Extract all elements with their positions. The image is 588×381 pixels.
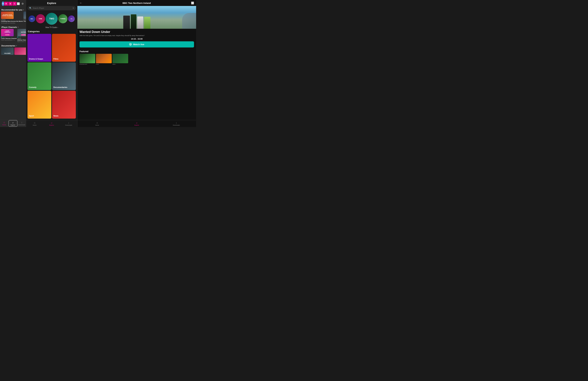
show-description: With the kids gone, Tim and Di have an e… bbox=[80, 35, 194, 37]
card-history[interactable]: HISTORY CHANNEL LIVE History History Cha… bbox=[17, 29, 26, 42]
featured-label-3: Natur... bbox=[112, 64, 128, 65]
circle-one[interactable]: ONE bbox=[36, 14, 45, 23]
nav-home-button[interactable]: ⌂ Home bbox=[0, 120, 8, 127]
show-info: Wanted Down Under With the kids gone, Ti… bbox=[77, 29, 196, 49]
category-sport[interactable]: Sport bbox=[27, 91, 51, 119]
explore-home-icon: ⌂ bbox=[34, 121, 35, 124]
hero-image bbox=[77, 6, 196, 29]
circle-three[interactable]: THREE bbox=[58, 14, 67, 23]
nav-downloads-button[interactable]: ↓ Downloads bbox=[18, 120, 26, 127]
detail-cast-icon[interactable]: ⬜ bbox=[191, 1, 194, 4]
explore-nav-explore-button[interactable]: ⌕ Explore bbox=[43, 120, 60, 127]
history-category: History bbox=[17, 38, 26, 39]
avatar[interactable]: S bbox=[2, 1, 4, 6]
detail-nav-explore-button[interactable]: ⌕ Explore bbox=[117, 120, 157, 127]
category-documentaries[interactable]: Documentaries bbox=[52, 62, 76, 90]
card-celebrity[interactable]: CELEBRITY RACE ACROSS THE WORLD Lifestyl… bbox=[1, 12, 23, 24]
view-tv-guide-button[interactable]: View TV Guide › bbox=[26, 25, 77, 29]
search-bar[interactable]: 🔍 ✕ bbox=[27, 6, 76, 10]
nav-explore-button[interactable]: ⌕ Explore bbox=[9, 120, 17, 127]
channel-sub-1: Louis' documentaries - b... bbox=[1, 40, 17, 41]
recommended-section-title[interactable]: Recommended for you > bbox=[0, 7, 26, 12]
watch-live-button[interactable]: Watch live bbox=[80, 41, 194, 47]
circle-bbc[interactable]: BBC bbox=[29, 15, 35, 22]
featured-card-nature[interactable]: Natur... bbox=[112, 54, 128, 65]
card-title-2: The Reckoning bbox=[23, 21, 26, 22]
detail-nav-home-button[interactable]: ⌂ Home bbox=[77, 120, 117, 127]
person-2 bbox=[131, 14, 136, 29]
bbc-box-b2: B bbox=[8, 2, 12, 6]
categories-title: Categories bbox=[26, 29, 77, 34]
iplayer-channels-chevron: > bbox=[18, 26, 19, 28]
explore-nav-downloads-button[interactable]: ↓ Downloads bbox=[60, 120, 77, 127]
explore-nav-home-button[interactable]: ⌂ Home bbox=[26, 120, 43, 127]
search-close-icon[interactable]: ✕ bbox=[72, 7, 74, 9]
detail-header: ← BBC Two Northern Ireland ⬜ bbox=[77, 0, 196, 6]
thumb-entertainment bbox=[80, 54, 95, 63]
channel-sub-2: Back-to-back history pro... bbox=[17, 41, 26, 42]
thumb-ladies bbox=[14, 47, 26, 55]
history-channel-label: CHANNEL bbox=[21, 34, 26, 36]
iplayer-channels-title[interactable]: iPlayer Channels > bbox=[0, 25, 26, 29]
detail-home-icon: ⌂ bbox=[97, 121, 98, 124]
doc-card-1[interactable]: SOLDIER bbox=[1, 47, 14, 55]
card-sub-1: 4/6 Budgets are dwindling bbox=[1, 22, 23, 24]
person-3 bbox=[137, 17, 143, 29]
detail-nav-downloads-button[interactable]: ↓ Downloads bbox=[157, 120, 196, 127]
channel-title-1: Louis Theroux Channel bbox=[1, 38, 17, 40]
doc-card-2[interactable] bbox=[14, 47, 26, 55]
featured-card-food[interactable]: Food bbox=[96, 54, 112, 65]
card-genre-1: Lifestyle bbox=[1, 19, 23, 21]
categories-grid: Drama & Soaps Films Comedy Documentaries… bbox=[26, 34, 77, 120]
back-button[interactable]: ← bbox=[80, 1, 82, 4]
show-time: 14:15 - 15:00 bbox=[80, 38, 194, 40]
bbc-logo: B B C bbox=[4, 2, 17, 6]
home-header: S B B C ⬜ ⚙ bbox=[0, 0, 26, 7]
thumb-nature bbox=[112, 54, 128, 63]
channels-row: LOUISTHEROUX CHANNEL LIVE Louis Theroux … bbox=[0, 29, 26, 42]
search-icon: 🔍 bbox=[29, 7, 32, 9]
documentaries-row: SOLDIER bbox=[0, 47, 26, 55]
featured-section: Featured Entertainment Food Natur... bbox=[77, 49, 196, 65]
downloads-icon: ↓ bbox=[21, 121, 22, 124]
bbc-box-b: B bbox=[4, 2, 8, 6]
recommended-row: CELEBRITY RACE ACROSS THE WORLD Lifestyl… bbox=[0, 12, 26, 24]
category-drama-soaps[interactable]: Drama & Soaps bbox=[27, 34, 51, 62]
explore-panel: Explore 🔍 ✕ BBC ONE TWO THREE FO View TV… bbox=[26, 0, 77, 127]
bbc-box-c: C bbox=[13, 2, 17, 6]
thumb-theroux: LOUISTHEROUX CHANNEL bbox=[1, 29, 14, 36]
circle-two[interactable]: TWO bbox=[46, 13, 58, 25]
featured-label-1: Entertainment bbox=[80, 64, 95, 65]
live-dot-inner bbox=[130, 44, 131, 45]
explore-search-icon: ⌕ bbox=[51, 121, 52, 124]
person-4 bbox=[144, 17, 150, 29]
detail-bottom-nav: ⌂ Home ⌕ Explore ↓ Downloads bbox=[77, 120, 196, 127]
show-name: Wanted Down Under bbox=[80, 30, 194, 34]
person-1 bbox=[123, 16, 130, 29]
thumb-food bbox=[96, 54, 112, 63]
hero-people bbox=[120, 14, 154, 29]
category-news[interactable]: News bbox=[52, 91, 76, 119]
recommended-chevron: > bbox=[23, 9, 24, 11]
circle-four[interactable]: FO bbox=[68, 15, 75, 22]
documentaries-chevron: > bbox=[16, 45, 17, 47]
explore-header: Explore bbox=[26, 0, 77, 6]
thumb-celebrity: CELEBRITY RACE ACROSS THE WORLD bbox=[1, 12, 14, 19]
cliff bbox=[182, 13, 196, 29]
documentaries-title[interactable]: Documentaries > bbox=[0, 43, 26, 47]
card-reckoning[interactable]: Crime Drama The Reckoning bbox=[23, 12, 26, 24]
show-hero bbox=[77, 6, 196, 29]
cast-button[interactable]: ⬜ bbox=[17, 2, 20, 5]
category-films[interactable]: Films bbox=[52, 34, 76, 62]
featured-title: Featured bbox=[80, 50, 194, 53]
live-badge-2: LIVE bbox=[17, 37, 26, 38]
search-input[interactable] bbox=[33, 7, 71, 9]
card-title-1: Celebrity Race Across the World bbox=[1, 21, 23, 22]
home-icon: ⌂ bbox=[3, 121, 5, 124]
featured-card-entertainment[interactable]: Entertainment bbox=[80, 54, 95, 65]
channels-circles-row: BBC ONE TWO THREE FO bbox=[26, 12, 77, 25]
detail-panel: ← BBC Two Northern Ireland ⬜ Wanted Down… bbox=[77, 0, 196, 127]
card-theroux[interactable]: LOUISTHEROUX CHANNEL LIVE Louis Theroux … bbox=[1, 29, 17, 42]
category-comedy[interactable]: Comedy bbox=[27, 62, 51, 90]
settings-button[interactable]: ⚙ bbox=[21, 2, 24, 5]
